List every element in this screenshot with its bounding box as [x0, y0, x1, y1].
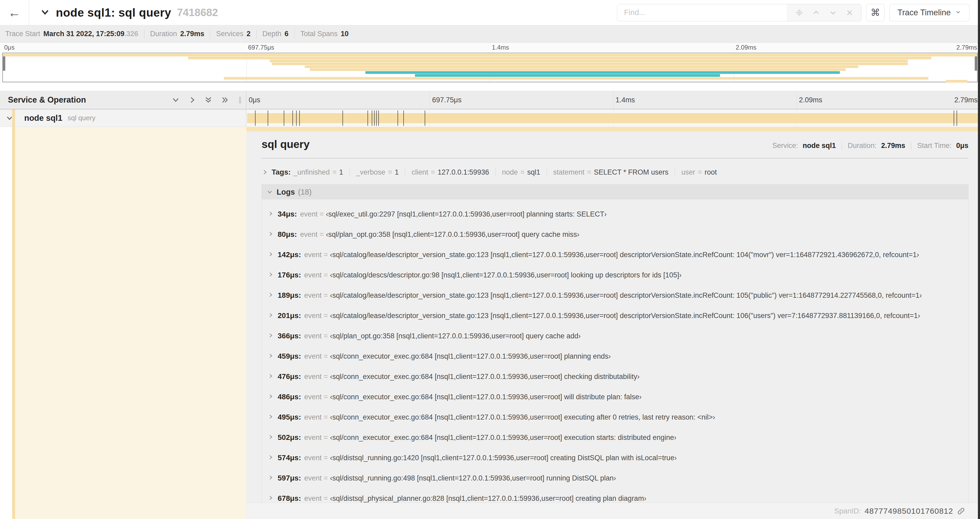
top-bar: ← node sql1: sql query 7418682	[0, 0, 980, 25]
log-message: event=‹sql/catalog/lease/descriptor_vers…	[304, 312, 920, 320]
expand-one-icon[interactable]	[188, 96, 196, 104]
log-row[interactable]: 476μs: event=‹sql/conn_executor_exec.go:…	[268, 372, 968, 381]
logs-accordian: Logs (18) 34μs: event=‹sql/exec_util.go:…	[262, 184, 969, 503]
log-marker	[378, 110, 379, 126]
log-row[interactable]: 574μs: event=‹sql/distsql_running.go:142…	[268, 454, 968, 462]
span-detail-panel: sql query Service: node sql1 Duration:	[246, 127, 980, 519]
back-button[interactable]: ←	[0, 0, 29, 25]
minimap-left-scrub-handle[interactable]	[3, 56, 5, 71]
log-marker	[954, 110, 954, 126]
collapse-all-icon[interactable]	[204, 96, 213, 104]
chevron-right-icon	[268, 454, 274, 460]
log-marker	[403, 110, 404, 126]
log-row[interactable]: 176μs: event=‹sql/catalog/descs/descript…	[268, 271, 968, 279]
service-operation-header: Service & Operation ∥	[0, 91, 246, 109]
minimap-span-row	[3, 77, 977, 80]
chevron-right-icon	[268, 312, 274, 318]
log-row[interactable]: 486μs: event=‹sql/conn_executor_exec.go:…	[268, 393, 968, 401]
collapse-one-icon[interactable]	[172, 96, 180, 104]
log-message: event=‹sql/exec_util.go:2297 [nsql1,clie…	[300, 210, 607, 218]
minimap-span-bar	[305, 65, 858, 68]
log-marker	[956, 110, 957, 126]
log-row[interactable]: 142μs: event=‹sql/catalog/lease/descript…	[268, 251, 968, 259]
logs-count: (18)	[298, 188, 312, 196]
next-match-icon[interactable]	[829, 9, 837, 17]
tag-item: _verbose = 1	[356, 168, 399, 176]
span-detail-area: sql query Service: node sql1 Duration:	[0, 127, 980, 519]
trace-summary-item: Depth 6	[262, 30, 288, 38]
minimap-tick-label: 1.4ms	[490, 44, 509, 51]
find-group	[617, 4, 861, 21]
log-timestamp: 678μs:	[278, 494, 301, 503]
expand-all-icon[interactable]	[221, 96, 229, 104]
logs-accordian-header[interactable]: Logs (18)	[262, 185, 968, 200]
top-controls: ⌘ Trace Timeline	[617, 4, 980, 21]
span-row: node sql1 sql query	[0, 109, 980, 127]
chevron-right-icon	[268, 495, 274, 501]
log-message: event=‹sql/conn_executor_exec.go:684 [ns…	[304, 393, 642, 401]
logs-title: Logs	[277, 188, 295, 196]
timeline-header-row: Service & Operation ∥ 0	[0, 91, 980, 109]
back-arrow-icon: ←	[8, 5, 21, 20]
minimap-canvas[interactable]	[2, 53, 978, 82]
prev-match-icon[interactable]	[812, 9, 820, 17]
vertical-scrollbar[interactable]	[978, 0, 980, 519]
divider	[350, 168, 350, 177]
span-name-cell[interactable]: node sql1 sql query	[0, 109, 246, 127]
tag-item: statement = SELECT * FROM users	[553, 168, 668, 176]
trace-title-group[interactable]: node sql1: sql query 7418682	[40, 6, 218, 19]
log-message: event=‹sql/distsql_running.go:498 [nsql1…	[304, 474, 616, 482]
view-type-dropdown[interactable]: Trace Timeline	[889, 4, 969, 21]
divider	[675, 168, 675, 177]
divider	[294, 30, 294, 38]
service-color-accent	[12, 127, 15, 519]
detail-body: sql query Service: node sql1 Duration:	[246, 131, 980, 503]
log-row[interactable]: 34μs: event=‹sql/exec_util.go:2297 [nsql…	[268, 210, 968, 218]
log-message: event=‹sql/conn_executor_exec.go:684 [ns…	[304, 413, 715, 422]
minimap-span-row	[3, 68, 977, 71]
log-message: event=‹sql/conn_executor_exec.go:684 [ns…	[304, 434, 676, 442]
log-marker	[372, 110, 372, 126]
tags-summary: _unfinished = 1 _verbose = 1	[293, 168, 717, 177]
chevron-right-icon	[268, 393, 274, 399]
deep-link-icon[interactable]	[957, 507, 965, 515]
divider	[405, 168, 405, 177]
tags-accordian-header[interactable]: Tags: _unfinished = 1 _verbo	[262, 168, 969, 177]
tag-item: user = root	[681, 168, 717, 176]
log-message: event=‹sql/distsql_physical_planner.go:8…	[304, 495, 646, 503]
log-row[interactable]: 597μs: event=‹sql/distsql_running.go:498…	[268, 474, 968, 482]
log-row[interactable]: 502μs: event=‹sql/conn_executor_exec.go:…	[268, 433, 968, 442]
log-row[interactable]: 495μs: event=‹sql/conn_executor_exec.go:…	[268, 413, 968, 422]
log-timestamp: 486μs:	[278, 393, 301, 401]
log-timestamp: 201μs:	[278, 311, 301, 320]
find-input[interactable]	[617, 4, 787, 21]
column-resizer-handle[interactable]: ∥	[237, 96, 242, 104]
tag-item: _unfinished = 1	[293, 168, 343, 176]
locate-icon[interactable]	[795, 9, 803, 17]
log-row[interactable]: 80μs: event=‹sql/plan_opt.go:358 [nsql1,…	[268, 230, 968, 239]
service-operation-title: Service & Operation	[8, 95, 86, 105]
trace-summary-bar: Trace Start March 31 2022, 17:25:09 .326…	[0, 25, 980, 43]
log-marker	[296, 110, 297, 126]
minimap-span-bar	[188, 57, 932, 59]
log-row[interactable]: 678μs: event=‹sql/distsql_physical_plann…	[268, 494, 968, 503]
log-row[interactable]: 459μs: event=‹sql/conn_executor_exec.go:…	[268, 352, 968, 361]
log-timestamp: 189μs:	[278, 291, 301, 300]
minimap-span-row	[3, 71, 977, 74]
log-row[interactable]: 201μs: event=‹sql/catalog/lease/descript…	[268, 311, 968, 320]
log-row[interactable]: 189μs: event=‹sql/catalog/lease/descript…	[268, 291, 968, 300]
minimap-span-bar	[946, 80, 967, 83]
chevron-right-icon	[268, 414, 274, 420]
chevron-down-icon	[40, 7, 50, 18]
trace-summary-item: Trace Start March 31 2022, 17:25:09 .326	[5, 30, 138, 38]
span-timeline-cell[interactable]	[246, 109, 980, 127]
keyboard-shortcuts-button[interactable]: ⌘	[866, 4, 885, 21]
clear-find-icon[interactable]	[846, 9, 853, 16]
log-row[interactable]: 366μs: event=‹sql/plan_opt.go:358 [nsql1…	[268, 332, 968, 340]
minimap-right-scrub-handle[interactable]	[975, 56, 977, 71]
trace-id: 7418682	[177, 6, 218, 18]
log-timestamp: 80μs:	[278, 230, 297, 239]
span-duration-bar[interactable]	[247, 113, 979, 123]
tags-label: Tags:	[272, 168, 291, 176]
operation-name: sql query	[68, 114, 95, 122]
